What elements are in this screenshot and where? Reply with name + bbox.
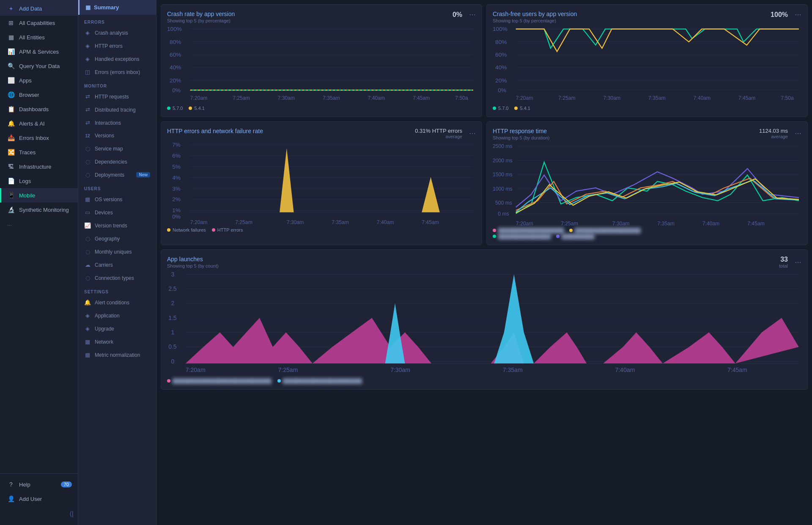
- http-response-svg: 2500 ms 2000 ms 1500 ms 1000 ms 500 ms 0…: [493, 143, 801, 227]
- sub-nav-summary[interactable]: ▦ Summary: [78, 0, 156, 15]
- query-icon: 🔍: [7, 63, 15, 69]
- sub-nav-distributed-tracing[interactable]: ⇄ Distributed tracing: [78, 103, 156, 116]
- sub-nav-monthly-uniques[interactable]: ◌ Monthly uniques: [78, 245, 156, 258]
- sub-nav-os-versions[interactable]: ▦ OS versions: [78, 193, 156, 206]
- sub-nav-interactions[interactable]: ⇄ Interactions: [78, 116, 156, 129]
- nav-query-your-data[interactable]: 🔍 Query Your Data: [0, 59, 78, 73]
- svg-text:7:40am: 7:40am: [368, 95, 385, 101]
- sub-nav-dependencies[interactable]: ◌ Dependencies: [78, 155, 156, 168]
- svg-text:2000 ms: 2000 ms: [493, 157, 513, 163]
- crash-free-menu[interactable]: ⋯: [795, 11, 801, 19]
- svg-text:0.5: 0.5: [168, 344, 177, 350]
- nav-synthetic-monitoring[interactable]: 🔬 Synthetic Monitoring: [0, 202, 78, 217]
- sub-nav-crash-analysis[interactable]: ◈ Crash analysis: [78, 26, 156, 39]
- app-launches-header: App launches Showing top 5 (by count) 33…: [167, 256, 801, 268]
- plus-icon: +: [7, 5, 15, 12]
- svg-text:7:45am: 7:45am: [413, 95, 430, 101]
- sub-nav-http-errors[interactable]: ◈ HTTP errors: [78, 39, 156, 52]
- add-user-icon: 👤: [7, 495, 15, 502]
- nav-logs[interactable]: 📄 Logs: [0, 174, 78, 188]
- svg-text:5%: 5%: [172, 163, 181, 170]
- crash-rate-legend: 5.7.0 5.4.1: [167, 106, 476, 111]
- svg-text:7:35am: 7:35am: [323, 95, 340, 101]
- legend-dot-541: [189, 107, 192, 110]
- svg-text:0%: 0%: [172, 213, 181, 220]
- connection-types-icon: ◌: [84, 275, 91, 281]
- sub-nav-versions[interactable]: 12 Versions: [78, 129, 156, 142]
- http-response-card: HTTP response time Showing top 5 (by dur…: [486, 121, 808, 246]
- nav-all-entities[interactable]: ▦ All Entities: [0, 30, 78, 44]
- http-response-menu[interactable]: ⋯: [795, 129, 801, 137]
- nav-apps[interactable]: ⬜ Apps: [0, 73, 78, 88]
- sub-nav-devices[interactable]: ▭ Devices: [78, 206, 156, 219]
- crash-free-subtitle: Showing top 5 (by percentage): [493, 18, 577, 23]
- handled-icon: ◈: [84, 56, 91, 62]
- svg-text:20%: 20%: [495, 77, 507, 84]
- svg-text:7:30am: 7:30am: [390, 366, 410, 373]
- nav-browser[interactable]: 🌐 Browser: [0, 88, 78, 102]
- svg-text:1.5: 1.5: [168, 314, 177, 321]
- sub-nav-errors-inbox[interactable]: ◫ Errors (errors inbox): [78, 66, 156, 79]
- sub-nav-handled-exceptions[interactable]: ◈ Handled exceptions: [78, 52, 156, 66]
- synthetic-icon: 🔬: [7, 206, 15, 213]
- sub-nav-http-requests[interactable]: ⇄ HTTP requests: [78, 90, 156, 103]
- svg-text:7:45am: 7:45am: [422, 219, 439, 225]
- sub-nav-alert-conditions[interactable]: 🔔 Alert conditions: [78, 296, 156, 309]
- left-sidebar: + Add Data ⊞ All Capabilities ▦ All Enti…: [0, 0, 78, 525]
- section-users-label: USERS: [78, 181, 156, 193]
- interactions-icon: ⇄: [84, 120, 91, 126]
- nav-infrastructure[interactable]: 🏗 Infrastructure: [0, 159, 78, 174]
- grid-icon: ⊞: [7, 19, 15, 26]
- svg-marker-103: [385, 304, 405, 364]
- sub-nav-connection-types[interactable]: ◌ Connection types: [78, 271, 156, 284]
- nav-mobile[interactable]: 📱 Mobile: [0, 188, 78, 202]
- http-errors-svg: 7% 6% 5% 4% 3% 2% 1% 0% 7:20am 7:25am 7:…: [167, 142, 476, 225]
- traces-icon: 🔀: [7, 149, 15, 156]
- nav-alerts-ai[interactable]: 🔔 Alerts & AI: [0, 116, 78, 131]
- nav-all-capabilities[interactable]: ⊞ All Capabilities: [0, 16, 78, 30]
- http-response-header: HTTP response time Showing top 5 (by dur…: [493, 128, 801, 140]
- sub-nav-upgrade[interactable]: ◈ Upgrade: [78, 322, 156, 335]
- sub-nav-metric-normalization[interactable]: ▦ Metric normalization: [78, 348, 156, 361]
- app-launches-menu[interactable]: ⋯: [795, 258, 801, 266]
- svg-marker-108: [663, 333, 735, 364]
- nav-errors-inbox[interactable]: 📥 Errors Inbox: [0, 131, 78, 145]
- svg-text:100%: 100%: [493, 26, 508, 32]
- svg-text:7:35am: 7:35am: [648, 95, 666, 101]
- sub-nav-deployments[interactable]: ◌ Deployments New: [78, 168, 156, 181]
- nav-apm-services[interactable]: 📊 APM & Services: [0, 44, 78, 59]
- entities-icon: ▦: [7, 34, 15, 41]
- http-errors-card: HTTP errors and network failure rate 0.3…: [161, 121, 482, 246]
- main-content: Crash rate by app version Showing top 5 …: [156, 0, 812, 525]
- service-map-icon: ◌: [84, 145, 91, 152]
- legend-dot-network-failures: [167, 228, 170, 232]
- svg-text:7:40am: 7:40am: [615, 366, 635, 373]
- nav-collapse[interactable]: ⟨|: [0, 506, 78, 522]
- chart-row-2: HTTP errors and network failure rate 0.3…: [161, 121, 808, 246]
- nav-dashboards[interactable]: 📋 Dashboards: [0, 102, 78, 116]
- sub-nav-version-trends[interactable]: 📈 Version trends: [78, 219, 156, 232]
- sidebar-bottom: ? Help 70 👤 Add User ⟨|: [0, 473, 78, 525]
- crash-rate-menu[interactable]: ⋯: [469, 11, 476, 19]
- nav-traces[interactable]: 🔀 Traces: [0, 145, 78, 159]
- sub-nav-geography[interactable]: ◌ Geography: [78, 232, 156, 245]
- app-launches-subtitle: Showing top 5 (by count): [167, 263, 219, 268]
- sub-nav-network[interactable]: ▦ Network: [78, 335, 156, 348]
- http-response-chart: 2500 ms 2000 ms 1500 ms 1000 ms 500 ms 0…: [493, 143, 801, 227]
- nav-more[interactable]: ...: [0, 217, 78, 231]
- nav-add-data[interactable]: + Add Data: [0, 0, 78, 16]
- crash-free-title: Crash-free users by app version: [493, 11, 577, 17]
- sub-nav-carriers[interactable]: ☁ Carriers: [78, 258, 156, 271]
- upgrade-icon: ◈: [84, 325, 91, 332]
- sub-nav-application[interactable]: ◈ Application: [78, 309, 156, 322]
- http-errors-menu[interactable]: ⋯: [469, 129, 476, 137]
- crash-free-chart: 100% 80% 60% 40% 20% 0% 7:20am 7:25am 7:…: [493, 26, 801, 103]
- http-errors-icon: ◈: [84, 43, 91, 49]
- svg-text:0%: 0%: [172, 87, 181, 93]
- sub-nav-service-map[interactable]: ◌ Service map: [78, 142, 156, 155]
- svg-text:6%: 6%: [172, 153, 181, 159]
- nav-help[interactable]: ? Help 70: [0, 477, 78, 492]
- nav-add-user[interactable]: 👤 Add User: [0, 492, 78, 506]
- svg-text:2.5: 2.5: [168, 285, 177, 292]
- logs-icon: 📄: [7, 178, 15, 184]
